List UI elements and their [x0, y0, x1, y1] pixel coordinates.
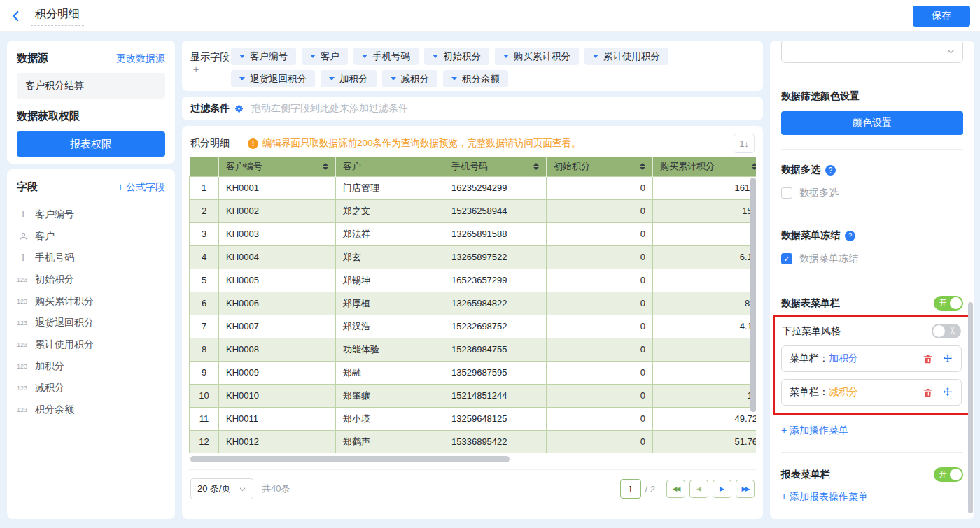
divider	[781, 452, 963, 453]
numeric-sort-icon[interactable]: 1↓	[734, 134, 755, 153]
field-label: 客户编号	[35, 208, 74, 221]
menu-bar-item[interactable]: 菜单栏：减积分	[781, 379, 962, 406]
table-row[interactable]: 6KH0006郑厚植1326598482208.3	[190, 292, 757, 315]
field-item[interactable]: 123退货退回积分	[17, 312, 165, 334]
table-cell: 6	[190, 292, 219, 315]
table-row[interactable]: 7KH0007郑汉浩1523269875204.12	[190, 315, 757, 338]
display-field-chip[interactable]: 购买累计积分	[495, 48, 579, 65]
change-datasource-link[interactable]: 更改数据源	[116, 52, 165, 65]
field-item[interactable]: I客户编号	[17, 204, 165, 225]
freeze-title: 数据菜单冻结 ?	[781, 229, 963, 242]
save-button[interactable]: 保存	[913, 6, 970, 27]
display-field-chip[interactable]: 加积分	[321, 70, 377, 87]
table-vertical-scrollbar[interactable]	[750, 178, 756, 412]
table-row[interactable]: 1KH0001门店管理162352942990161.2	[190, 176, 757, 199]
chip-label: 加积分	[340, 73, 368, 85]
prev-page-button[interactable]: ◀	[690, 480, 708, 498]
table-cell: 0	[547, 245, 653, 269]
filter-placeholder[interactable]: 拖动左侧字段到此处来添加过滤条件	[251, 102, 408, 115]
table-row[interactable]: 11KH0011郑小瑛13259648125049.72	[190, 407, 757, 430]
color-settings-button[interactable]: 颜色设置	[781, 111, 963, 135]
data-table: 客户编号客户手机号码初始积分购买累计积分 1KH0001门店管理16235294…	[189, 157, 756, 453]
display-field-chip[interactable]: 累计使用积分	[584, 48, 668, 65]
menu-bar-item[interactable]: 菜单栏：加积分	[781, 345, 962, 372]
display-field-chip[interactable]: 减积分	[382, 70, 438, 87]
page-size-select[interactable]: 20 条/页	[190, 478, 253, 499]
table-cell: 4.12	[653, 315, 757, 338]
display-field-chip[interactable]: 客户编号	[231, 48, 296, 65]
panel-scrollbar[interactable]	[968, 302, 973, 513]
settings-select[interactable]	[781, 41, 963, 63]
field-item[interactable]: 123减积分	[17, 377, 165, 399]
add-formula-field-link[interactable]: + 公式字段	[118, 181, 165, 194]
move-icon[interactable]	[942, 353, 953, 364]
add-action-menu-link[interactable]: + 添加操作菜单	[781, 424, 963, 437]
display-field-chip[interactable]: 客户	[302, 48, 348, 65]
move-icon[interactable]	[942, 387, 953, 398]
sort-arrows-icon[interactable]	[533, 163, 539, 170]
sort-arrows-icon[interactable]	[323, 163, 328, 170]
table-cell: 0	[547, 384, 653, 407]
field-item[interactable]: 123加积分	[17, 355, 165, 377]
table-row[interactable]: 3KH0003郑法祥1326589158800	[190, 222, 757, 245]
multi-select-label: 数据多选	[799, 187, 839, 199]
freeze-checkbox[interactable]: ✓	[781, 253, 792, 264]
field-item[interactable]: I手机号码	[17, 247, 165, 269]
first-page-button[interactable]: ◀◀	[666, 480, 685, 498]
display-field-chip[interactable]: 初始积分	[424, 48, 489, 65]
table-cell: 郑汉浩	[336, 315, 444, 338]
display-field-chip[interactable]: 积分余额	[443, 70, 508, 87]
field-item[interactable]: 123购买累计积分	[17, 290, 165, 312]
help-icon[interactable]: ?	[845, 231, 855, 241]
trash-icon[interactable]	[923, 387, 933, 398]
center-panel: 显示字段+ 客户编号客户手机号码初始积分购买累计积分累计使用积分退货退回积分加积…	[182, 41, 763, 519]
table-cell: 12	[190, 430, 219, 453]
chip-label: 手机号码	[372, 50, 410, 63]
field-item[interactable]: 客户	[17, 225, 165, 247]
field-item[interactable]: 123积分余额	[17, 399, 165, 420]
sort-arrows-icon[interactable]	[640, 163, 645, 170]
table-row[interactable]: 8KH0008功能体验1523698475500	[190, 338, 757, 361]
datasource-value[interactable]: 客户积分结算	[17, 73, 165, 99]
table-cell: 0	[547, 361, 653, 384]
field-item[interactable]: 123初始积分	[17, 269, 165, 290]
table-row[interactable]: 2KH0002郑之文152362589440150	[190, 199, 757, 222]
last-page-button[interactable]: ▶▶	[736, 480, 755, 498]
table-row[interactable]: 12KH0012郑鹤声15336895422051.76	[190, 430, 757, 453]
report-menu-toggle[interactable]: 开	[934, 467, 963, 482]
current-page-input[interactable]	[620, 479, 641, 499]
table-row[interactable]: 5KH0005郑锡坤1652365729900	[190, 269, 757, 292]
table-menu-toggle[interactable]: 开	[934, 296, 963, 311]
display-field-chip[interactable]: 手机号码	[354, 48, 419, 65]
column-header[interactable]: 手机号码	[444, 157, 547, 176]
table-row[interactable]: 4KH0004郑玄1326589752206.14	[190, 245, 757, 269]
table-horizontal-scrollbar[interactable]	[190, 456, 510, 462]
field-item[interactable]: 123累计使用积分	[17, 334, 165, 355]
datasource-title: 数据源	[17, 52, 48, 65]
table-cell: 3	[190, 222, 219, 245]
sort-arrows-icon[interactable]	[752, 163, 756, 170]
table-cell: 郑鹤声	[336, 430, 444, 453]
dropdown-style-toggle[interactable]: 关	[932, 324, 961, 338]
table-row[interactable]: 10KH0010郑肇骧15214851244018	[190, 384, 757, 407]
help-icon[interactable]: ?	[825, 165, 836, 176]
trash-icon[interactable]	[923, 354, 933, 364]
display-fields-label: 显示字段+	[190, 48, 231, 84]
chip-label: 积分余额	[462, 73, 500, 85]
back-button[interactable]	[10, 10, 22, 22]
warning-icon: !	[248, 138, 258, 149]
next-page-button[interactable]: ▶	[713, 480, 732, 498]
gear-icon[interactable]	[234, 104, 244, 114]
settings-panel-wrap: 数据筛选颜色设置 颜色设置 数据多选 ? 数据多选 数据菜单冻结 ? ✓ 数据菜…	[770, 41, 974, 519]
field-label: 客户	[35, 230, 55, 243]
add-report-action-link[interactable]: + 添加报表操作菜单	[781, 491, 963, 504]
add-display-field-icon[interactable]: +	[193, 64, 199, 75]
column-header[interactable]: 购买累计积分	[653, 157, 757, 176]
column-header[interactable]: 初始积分	[547, 157, 653, 176]
report-permission-button[interactable]: 报表权限	[17, 131, 165, 157]
multi-select-checkbox[interactable]	[781, 187, 792, 199]
display-field-chip[interactable]: 退货退回积分	[231, 70, 315, 87]
table-row[interactable]: 9KH0009郑融1352968759500	[190, 361, 757, 384]
caret-down-icon	[391, 77, 396, 80]
column-header[interactable]: 客户编号	[219, 157, 336, 176]
